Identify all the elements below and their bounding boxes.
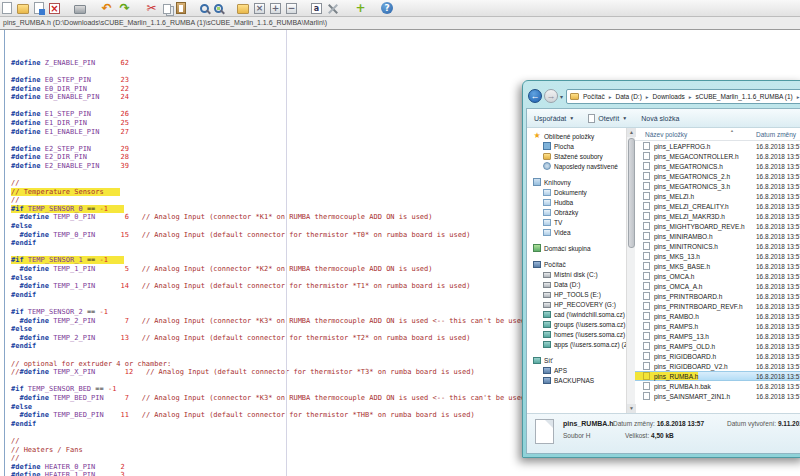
sidebar-item-videa[interactable]: Videa [527, 227, 626, 237]
file-date: 16.8.2018 13:57 [756, 193, 800, 200]
cut-icon[interactable]: ✂ [145, 2, 158, 15]
sidebar-item-backupnas[interactable]: BACKUPNAS [527, 375, 626, 385]
undo-icon[interactable]: ↶ [100, 2, 113, 15]
breadcrumb-segment[interactable]: Počítač [582, 93, 606, 100]
forward-button[interactable]: → [544, 89, 558, 103]
new-file-icon[interactable] [2, 2, 12, 14]
file-row[interactable]: pins_MKS_BASE.h16.8.2018 13:57 [635, 261, 800, 271]
sidebar-item-knihovny[interactable]: Knihovny [527, 177, 626, 187]
history-dropdown-icon[interactable]: ▾ [560, 93, 563, 100]
scrollbar-thumb[interactable] [628, 138, 635, 248]
folder-icon [570, 93, 579, 100]
file-row[interactable]: pins_MINIRAMBO.h16.8.2018 13:57 [635, 231, 800, 241]
window-close-icon[interactable]: × [254, 3, 265, 14]
sidebar-item-label: HP_TOOLS (E:) [554, 291, 601, 298]
search-in-files-icon[interactable] [214, 4, 223, 13]
redo-icon[interactable]: ↷ [118, 2, 131, 15]
search-icon[interactable] [200, 4, 209, 13]
sidebar-item-groups-users-soma-cz-[interactable]: groups (\\users.soma.cz) [527, 319, 626, 329]
file-row[interactable]: pins_OMCA.h16.8.2018 13:57 [635, 271, 800, 281]
file-row[interactable]: pins_MELZI_CREALITY.h16.8.2018 13:57 [635, 201, 800, 211]
sidebar-item-hp-tools-e-[interactable]: HP_TOOLS (E:) [527, 289, 626, 299]
sidebar-item-naposledy-nav-t-ven-[interactable]: Naposledy navštívené [527, 161, 626, 171]
nav-scrollbar[interactable]: ▲ ▼ [626, 128, 635, 413]
print-icon[interactable] [74, 5, 86, 14]
new-folder-button[interactable]: Nová složka [634, 115, 686, 122]
code-preview-icon[interactable]: a [311, 3, 322, 14]
sidebar-item-label: Domácí skupina [544, 245, 591, 252]
file-row[interactable]: pins_RUMBA.h16.8.2018 13:57 [635, 371, 800, 381]
sidebar-item-s-[interactable]: Síť [527, 355, 626, 365]
file-row[interactable]: pins_PRINTRBOARD_REVF.h16.8.2018 13:57 [635, 301, 800, 311]
sidebar-item-label: Obrázky [554, 209, 578, 216]
file-row[interactable]: pins_PRINTRBOARD.h16.8.2018 13:57 [635, 291, 800, 301]
file-row[interactable]: pins_RAMPS_OLD.h16.8.2018 13:57 [635, 341, 800, 351]
code-line [11, 67, 800, 76]
breadcrumb-segment[interactable]: sCUBE_Marlin_1.1.6_RUMBA (1) [695, 93, 794, 100]
document-icon [588, 114, 595, 123]
sidebar-item-m-stn-disk-c-[interactable]: Místní disk (C:) [527, 269, 626, 279]
organize-button[interactable]: Uspořádat▼ [527, 115, 581, 122]
file-row[interactable]: pins_MEGACONTROLLER.h16.8.2018 13:57 [635, 151, 800, 161]
file-row[interactable]: pins_MELZI.h16.8.2018 13:57 [635, 191, 800, 201]
sidebar-item-aps[interactable]: APS [527, 365, 626, 375]
file-icon [643, 232, 650, 240]
sidebar-item-apps-users-soma-cz-z[interactable]: apps (\\users.soma.cz) (Z [527, 339, 626, 349]
column-date[interactable]: Datum změny [756, 131, 796, 138]
sidebar-item-cad-windchill-soma-cz-[interactable]: cad (\\windchill.soma.cz) [527, 309, 626, 319]
breadcrumb-segment[interactable]: Downloads [652, 93, 686, 100]
file-name: pins_RAMPS_OLD.h [654, 343, 715, 350]
sidebar-item-label: Oblíbené položky [544, 133, 594, 140]
sidebar-item-homes-users-soma-cz-[interactable]: homes (\\users.soma.cz) [527, 329, 626, 339]
save-file-icon[interactable] [34, 2, 44, 14]
open-button[interactable]: Otevřít▼ [581, 114, 634, 123]
file-row[interactable]: pins_MEGATRONICS.h16.8.2018 13:57 [635, 161, 800, 171]
sidebar-item-hp-recovery-g-[interactable]: HP_RECOVERY (G:) [527, 299, 626, 309]
file-row[interactable]: pins_MEGATRONICS_2.h16.8.2018 13:57 [635, 171, 800, 181]
address-bar[interactable]: Počítač▸Data (D:)▸Downloads▸sCUBE_Marlin… [566, 89, 800, 104]
close-file-icon[interactable]: × [49, 3, 60, 14]
breadcrumb-segment[interactable]: Data (D:) [614, 93, 642, 100]
sidebar-item-data-d-[interactable]: Data (D:) [527, 279, 626, 289]
sidebar-item-obr-zky[interactable]: Obrázky [527, 207, 626, 217]
file-row[interactable]: pins_MELZI_MAKR3D.h16.8.2018 13:57 [635, 211, 800, 221]
sidebar-item-dom-c-skupina[interactable]: Domácí skupina [527, 243, 626, 253]
file-row[interactable]: pins_RIGIDBOARD.h16.8.2018 13:57 [635, 351, 800, 361]
editor-tab[interactable]: pins_RUMBA.h (D:\Downloads\sCUBE_Marlin_… [0, 17, 800, 30]
sidebar-item-plocha[interactable]: Plocha [527, 141, 626, 151]
file-name: pins_SAINSMART_2IN1.h [654, 393, 730, 400]
settings-tools-icon[interactable] [327, 2, 340, 15]
sidebar-item-hudba[interactable]: Hudba [527, 197, 626, 207]
back-button[interactable]: ← [528, 89, 542, 103]
sidebar-item-po-ta-[interactable]: Počítač [527, 259, 626, 269]
file-row[interactable]: pins_MKS_13.h16.8.2018 13:57 [635, 251, 800, 261]
file-row[interactable]: pins_RIGIDBOARD_V2.h16.8.2018 13:57 [635, 361, 800, 371]
code-line: #define HEATER_1_PIN 3 [11, 471, 800, 476]
star-icon: ★ [533, 132, 541, 140]
file-row[interactable]: pins_RUMBA.h.bak16.8.2018 13:57 [635, 381, 800, 391]
new-folder-icon[interactable] [237, 4, 249, 14]
file-row[interactable]: pins_RAMBO.h16.8.2018 13:57 [635, 311, 800, 321]
file-date: 16.8.2018 13:57 [756, 293, 800, 300]
file-row[interactable]: pins_LEAPFROG.h16.8.2018 13:57 [635, 141, 800, 151]
sidebar-item-dokumenty[interactable]: Dokumenty [527, 187, 626, 197]
file-row[interactable]: pins_MINITRONICS.h16.8.2018 13:57 [635, 241, 800, 251]
open-file-icon[interactable] [17, 4, 29, 14]
file-row[interactable]: pins_OMCA_A.h16.8.2018 13:57 [635, 281, 800, 291]
breadcrumb-separator-icon: ▸ [794, 94, 800, 100]
copy-icon[interactable] [163, 4, 171, 14]
help-icon[interactable]: ? [381, 2, 393, 14]
paste-icon[interactable] [176, 2, 186, 14]
column-name[interactable]: Název položky [635, 131, 687, 138]
file-row[interactable]: pins_MEGATRONICS_3.h16.8.2018 13:57 [635, 181, 800, 191]
file-row[interactable]: pins_RAMPS.h16.8.2018 13:57 [635, 321, 800, 331]
add-plugin-icon[interactable]: + [354, 2, 367, 15]
file-row[interactable]: pins_RAMPS_13.h16.8.2018 13:57 [635, 331, 800, 341]
file-row[interactable]: pins_MIGHTYBOARD_REVE.h16.8.2018 13:57 [635, 221, 800, 231]
window-cascade-icon[interactable]: − [286, 3, 297, 14]
sidebar-item-sta-en-soubory[interactable]: Stažené soubory [527, 151, 626, 161]
sidebar-item-obl-ben-polo-ky[interactable]: ★Oblíbené položky [527, 131, 626, 141]
file-row[interactable]: pins_SAINSMART_2IN1.h16.8.2018 13:57 [635, 391, 800, 401]
window-tile-icon[interactable]: + [270, 3, 281, 14]
sidebar-item-tv[interactable]: TV [527, 217, 626, 227]
